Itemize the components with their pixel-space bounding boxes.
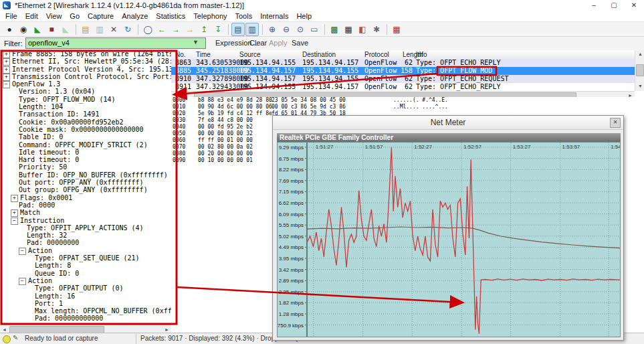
tree-line[interactable]: Out port: OFPP_ANY (0xffffffff) bbox=[0, 179, 171, 186]
menu-view[interactable]: View bbox=[42, 12, 66, 20]
tree-line[interactable]: Length: 16 bbox=[0, 292, 171, 300]
open-file-icon[interactable]: ▤ bbox=[79, 23, 92, 36]
packet-list-header[interactable]: No.TimeSourceDestinationProtocolLengthIn… bbox=[171, 50, 635, 60]
packet-row-8911[interactable]: 8911347.329433000195.134.94.155195.134.9… bbox=[171, 83, 635, 91]
clear-button[interactable]: Clear bbox=[249, 39, 267, 47]
minimize-button[interactable]: – bbox=[584, 0, 604, 11]
tree-line[interactable]: Out group: OFPG_ANY (0xffffffff) bbox=[0, 186, 171, 193]
scroll-right-icon[interactable]: ► bbox=[165, 327, 169, 332]
tree-line[interactable]: Max length: OFPCML_NO_BUFFER (0xffff) bbox=[0, 307, 171, 315]
menu-file[interactable]: File bbox=[1, 12, 21, 20]
packet-row-8885[interactable]: 8885345.251838000195.134.94.157195.134.9… bbox=[171, 67, 635, 75]
tree-line[interactable]: Version: 1.3 (0x04) bbox=[0, 88, 171, 95]
tree-line[interactable]: +Flags: 0x0001 bbox=[0, 194, 171, 201]
tree-line[interactable]: Transaction ID: 1491 bbox=[0, 110, 171, 118]
tree-line[interactable]: Length: 8 bbox=[0, 262, 171, 269]
column-header-time[interactable]: Time bbox=[196, 50, 211, 59]
menu-go[interactable]: Go bbox=[66, 12, 84, 20]
tree-line[interactable]: +Frame 8885: 158 bytes on wire (1264 bit… bbox=[0, 50, 171, 58]
menu-analyze[interactable]: Analyze bbox=[118, 12, 152, 20]
interface-list-icon[interactable]: ● bbox=[3, 23, 16, 36]
column-header-no[interactable]: No. bbox=[175, 50, 186, 59]
menu-statistics[interactable]: Statistics bbox=[152, 12, 189, 20]
tree-line[interactable]: −Action bbox=[0, 277, 171, 284]
go-to-packet-icon[interactable]: → bbox=[183, 23, 197, 36]
tree-line[interactable]: Length: 32 bbox=[0, 232, 171, 239]
chevron-down-icon[interactable]: ▼ bbox=[193, 39, 199, 46]
preferences-icon[interactable]: ✱ bbox=[370, 23, 383, 36]
close-file-icon[interactable]: ✕ bbox=[107, 23, 120, 36]
tree-line[interactable]: Cookie mask: 0x0000000000000000 bbox=[0, 126, 171, 133]
tree-line[interactable]: Cookie: 0x00a00000fd952eb2 bbox=[0, 118, 171, 126]
tree-line[interactable]: Type: OFPT_FLOW_MOD (14) bbox=[0, 96, 171, 103]
tree-line[interactable]: Pad: 00000000 bbox=[0, 239, 171, 246]
zoom-100-icon[interactable]: ⊙ bbox=[294, 23, 307, 36]
capture-options-icon[interactable]: ◉ bbox=[17, 23, 30, 36]
help-icon[interactable]: ▦ bbox=[390, 23, 403, 36]
zoom-in-icon[interactable]: ⊕ bbox=[265, 23, 279, 36]
tree-line[interactable]: Type: OFPAT_OUTPUT (0) bbox=[0, 284, 171, 292]
colorize-toggle-icon[interactable]: ▤ bbox=[231, 23, 245, 36]
net-meter-close-icon[interactable]: ✕ bbox=[610, 118, 621, 128]
menu-help[interactable]: Help bbox=[292, 12, 316, 20]
go-forward-icon[interactable]: → bbox=[169, 23, 183, 36]
maximize-button[interactable]: ▢ bbox=[604, 0, 624, 11]
autoscroll-toggle-icon[interactable]: ▥ bbox=[245, 23, 259, 36]
menu-tools[interactable]: Tools bbox=[231, 12, 257, 20]
start-capture-icon[interactable]: ◣ bbox=[31, 23, 44, 36]
menu-edit[interactable]: Edit bbox=[21, 12, 42, 20]
scroll-left-icon[interactable]: ◄ bbox=[2, 327, 7, 332]
tree-line[interactable]: Length: 104 bbox=[0, 103, 171, 110]
list-vertical-scrollbar[interactable]: ▲ ▼ bbox=[635, 50, 644, 91]
expert-info-icon[interactable] bbox=[3, 335, 11, 343]
tree-line[interactable]: −OpenFlow 1.3 bbox=[0, 80, 171, 88]
column-header-source[interactable]: Source bbox=[239, 50, 261, 59]
tree-line[interactable]: Pad: 0000 bbox=[0, 201, 171, 209]
menu-capture[interactable]: Capture bbox=[84, 12, 118, 20]
restart-capture-icon[interactable]: ◣ bbox=[59, 23, 72, 36]
save-button[interactable]: Save bbox=[292, 39, 308, 47]
tree-line[interactable]: Priority: 50 bbox=[0, 163, 171, 171]
packet-row-8910[interactable]: 8910347.327898000195.134.94.157195.134.9… bbox=[171, 75, 635, 83]
tree-line[interactable]: +Internet Protocol Version 4, Src: 195.1… bbox=[0, 66, 171, 73]
filter-input[interactable]: openflow_v4 bbox=[25, 37, 206, 49]
go-to-bottom-icon[interactable]: ↧ bbox=[211, 23, 225, 36]
tree-line[interactable]: Idle timeout: 0 bbox=[0, 149, 171, 156]
go-back-icon[interactable]: ← bbox=[155, 23, 169, 36]
column-header-destination[interactable]: Destination bbox=[302, 50, 336, 59]
find-packet-icon[interactable]: ◯ bbox=[141, 23, 154, 36]
tree-line[interactable]: +Match bbox=[0, 209, 171, 216]
menu-telephony[interactable]: Telephony bbox=[189, 12, 231, 20]
tree-line[interactable]: +Ethernet II, Src: HewlettP_05:5e:34 (28… bbox=[0, 58, 171, 65]
list-scroll-thumb[interactable] bbox=[636, 64, 644, 76]
tree-line[interactable]: −Action bbox=[0, 247, 171, 254]
tree-line[interactable]: Command: OFPFC_MODIFY_STRICT (2) bbox=[0, 141, 171, 149]
display-filters-icon[interactable]: ▦ bbox=[342, 23, 355, 36]
column-header-protocol[interactable]: Protocol bbox=[364, 50, 389, 59]
zoom-out-icon[interactable]: ⊖ bbox=[280, 23, 293, 36]
apply-button[interactable]: Apply bbox=[269, 39, 288, 47]
hex-row[interactable]: 001000 90 4d 6c 00 00 80 0600 00 c3 86 5… bbox=[171, 104, 644, 110]
capture-filters-icon[interactable]: ▩ bbox=[328, 23, 341, 36]
coloring-rules-icon[interactable]: ◧ bbox=[356, 23, 369, 36]
capture-comment-icon[interactable]: ✎ bbox=[13, 334, 18, 341]
packet-row-8863[interactable]: 8863343.630539000195.134.94.155195.134.9… bbox=[171, 59, 635, 67]
scroll-down-icon[interactable]: ▼ bbox=[638, 84, 643, 88]
reload-icon[interactable]: ↻ bbox=[121, 23, 134, 36]
save-file-icon[interactable]: ▥ bbox=[93, 23, 106, 36]
tree-line[interactable]: Type: OFPAT_SET_QUEUE (21) bbox=[0, 254, 171, 262]
stop-capture-icon[interactable]: ■ bbox=[45, 23, 58, 36]
tree-line[interactable]: +Transmission Control Protocol, Src Port… bbox=[0, 73, 171, 80]
tree-line[interactable]: Table ID: 0 bbox=[0, 133, 171, 141]
tree-line[interactable]: Buffer ID: OFP_NO_BUFFER (0xffffffff) bbox=[0, 171, 171, 179]
go-to-top-icon[interactable]: ↥ bbox=[197, 23, 211, 36]
hex-row[interactable]: 0000b8 88 e3 e4 e9 8d 28 8023 05 5e 34 0… bbox=[171, 97, 644, 104]
tree-line[interactable]: Type: OFPIT_APPLY_ACTIONS (4) bbox=[0, 224, 171, 232]
tree-line[interactable]: Queue ID: 0 bbox=[0, 270, 171, 277]
tree-line[interactable]: −Instruction bbox=[0, 217, 171, 224]
tree-line[interactable]: Port: 1 bbox=[0, 300, 171, 307]
column-header-info[interactable]: Info bbox=[416, 50, 427, 59]
resize-columns-icon[interactable]: ▭ bbox=[308, 23, 321, 36]
tree-line[interactable]: Pad: 000000000000 bbox=[0, 315, 171, 322]
net-meter-title-bar[interactable]: Net Meter ✕ bbox=[273, 116, 623, 130]
